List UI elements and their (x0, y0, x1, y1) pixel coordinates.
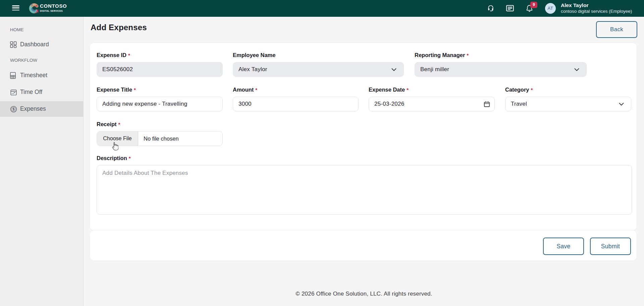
svg-text:$: $ (13, 107, 15, 111)
